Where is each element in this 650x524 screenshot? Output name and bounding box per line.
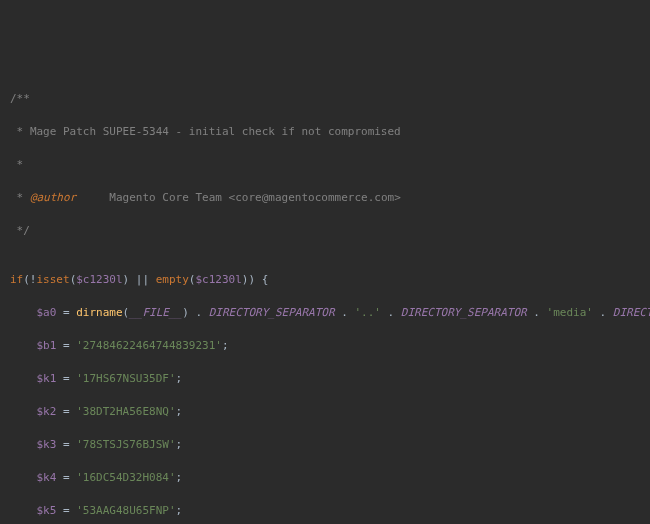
code-line: */ — [10, 223, 640, 240]
code-line: $k5 = '53AAG48U65FNP'; — [10, 503, 640, 520]
code-line: if(!isset($c1230l) || empty($c1230l)) { — [10, 272, 640, 289]
code-line: * Mage Patch SUPEE-5344 - initial check … — [10, 124, 640, 141]
code-line: $b1 = '27484622464744839231'; — [10, 338, 640, 355]
code-line: $k2 = '38DT2HA56E8NQ'; — [10, 404, 640, 421]
code-line: $k3 = '78STSJS76BJSW'; — [10, 437, 640, 454]
code-line: $k4 = '16DC54D32H084'; — [10, 470, 640, 487]
code-line: $a0 = dirname(__FILE__) . DIRECTORY_SEPA… — [10, 305, 640, 322]
code-line: /** — [10, 91, 640, 108]
code-line: $k1 = '17HS67NSU35DF'; — [10, 371, 640, 388]
code-editor: /** * Mage Patch SUPEE-5344 - initial ch… — [10, 74, 640, 524]
code-line: * @author Magento Core Team <core@magent… — [10, 190, 640, 207]
code-line: * — [10, 157, 640, 174]
